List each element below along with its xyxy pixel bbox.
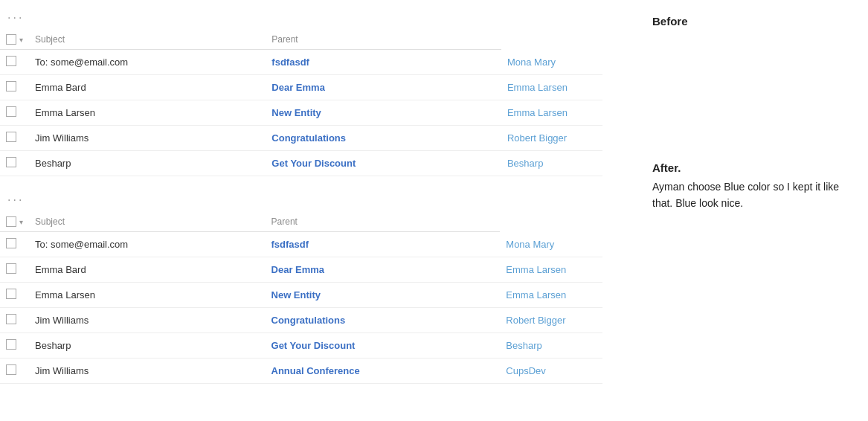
row-from: Emma Bard <box>29 75 266 100</box>
row-checkbox[interactable] <box>6 56 16 66</box>
dots-before: ··· <box>0 6 630 30</box>
row-checkbox[interactable] <box>6 81 16 91</box>
table-row: Emma Bard Dear Emma Emma Larsen <box>0 75 602 100</box>
row-checkbox[interactable] <box>6 157 16 167</box>
row-subject[interactable]: New Entity <box>266 100 501 126</box>
row-from: Emma Bard <box>29 257 266 283</box>
row-parent[interactable]: Mona Mary <box>500 232 602 257</box>
row-checkbox[interactable] <box>6 364 16 375</box>
before-table: ▾ Subject Parent To: some@email.com fsd <box>0 30 602 176</box>
before-label: Before <box>652 15 846 28</box>
table-row: Jim Williams Congratulations Robert Bigg… <box>0 126 602 151</box>
table-row: Jim Williams Annual Conference CupsDev <box>0 359 602 384</box>
row-subject[interactable]: fsdfasdf <box>266 50 501 75</box>
row-from: Jim Williams <box>29 359 266 384</box>
row-from: Besharp <box>29 333 266 359</box>
row-subject[interactable]: New Entity <box>266 283 501 308</box>
row-parent[interactable]: Emma Larsen <box>500 283 602 308</box>
row-from: Jim Williams <box>29 126 266 151</box>
row-checkbox[interactable] <box>6 339 16 350</box>
row-subject[interactable]: fsdfasdf <box>266 232 501 257</box>
row-parent[interactable]: Mona Mary <box>501 50 602 75</box>
row-subject[interactable]: Get Your Discount <box>266 333 501 359</box>
after-select-all-checkbox[interactable] <box>6 216 16 227</box>
row-checkbox-cell <box>0 359 29 384</box>
row-parent[interactable]: Emma Larsen <box>500 257 602 283</box>
before-checkbox-dropdown[interactable]: ▾ <box>19 36 23 44</box>
after-table-section: ▾ Subject Parent To: some@email.com fsd <box>0 212 630 384</box>
after-section: After. Ayman choose Blue color so I kept… <box>652 161 846 212</box>
row-checkbox[interactable] <box>6 238 16 248</box>
row-from: Besharp <box>29 151 266 176</box>
row-checkbox-cell <box>0 333 29 359</box>
row-checkbox-cell <box>0 50 29 75</box>
row-checkbox[interactable] <box>6 289 16 299</box>
row-checkbox-cell <box>0 283 29 308</box>
table-row: Emma Larsen New Entity Emma Larsen <box>0 283 602 308</box>
row-checkbox[interactable] <box>6 314 16 324</box>
row-subject[interactable]: Dear Emma <box>266 257 501 283</box>
row-subject[interactable]: Get Your Discount <box>266 151 501 176</box>
row-from: Jim Williams <box>29 308 266 333</box>
row-checkbox-cell <box>0 75 29 100</box>
row-subject[interactable]: Congratulations <box>266 308 501 333</box>
table-row: To: some@email.com fsdfasdf Mona Mary <box>0 50 602 75</box>
before-subject-header: Subject <box>29 30 266 50</box>
before-select-all-checkbox[interactable] <box>6 34 16 45</box>
right-panel: Before After. Ayman choose Blue color so… <box>630 0 868 421</box>
left-panel: ··· ▾ Subject Parent <box>0 0 630 421</box>
before-checkbox-header: ▾ <box>0 30 29 50</box>
row-parent[interactable]: CupsDev <box>500 359 602 384</box>
before-table-section: ▾ Subject Parent To: some@email.com fsd <box>0 30 630 176</box>
table-row: Besharp Get Your Discount Besharp <box>0 151 602 176</box>
row-parent[interactable]: Emma Larsen <box>501 75 602 100</box>
after-checkbox-header: ▾ <box>0 212 29 232</box>
row-parent[interactable]: Robert Bigger <box>500 308 602 333</box>
row-subject[interactable]: Annual Conference <box>266 359 501 384</box>
table-row: Emma Larsen New Entity Emma Larsen <box>0 100 602 126</box>
after-checkbox-dropdown[interactable]: ▾ <box>19 218 23 226</box>
row-from: To: some@email.com <box>29 50 266 75</box>
row-checkbox-cell <box>0 232 29 257</box>
table-row: To: some@email.com fsdfasdf Mona Mary <box>0 232 602 257</box>
row-parent[interactable]: Emma Larsen <box>501 100 602 126</box>
after-label: After. <box>652 161 846 174</box>
before-parent-header: Parent <box>266 30 501 50</box>
table-row: Jim Williams Congratulations Robert Bigg… <box>0 308 602 333</box>
row-parent[interactable]: Besharp <box>500 333 602 359</box>
table-row: Emma Bard Dear Emma Emma Larsen <box>0 257 602 283</box>
table-row: Besharp Get Your Discount Besharp <box>0 333 602 359</box>
after-parent-header: Parent <box>266 212 501 232</box>
row-parent[interactable]: Besharp <box>501 151 602 176</box>
row-checkbox-cell <box>0 308 29 333</box>
row-checkbox-cell <box>0 257 29 283</box>
row-subject[interactable]: Congratulations <box>266 126 501 151</box>
dots-after: ··· <box>0 188 630 212</box>
annotation-text: Ayman choose Blue color so I kept it lik… <box>652 179 846 212</box>
row-parent[interactable]: Robert Bigger <box>501 126 602 151</box>
row-checkbox-cell <box>0 151 29 176</box>
row-checkbox[interactable] <box>6 132 16 142</box>
after-table: ▾ Subject Parent To: some@email.com fsd <box>0 212 602 384</box>
row-subject[interactable]: Dear Emma <box>266 75 501 100</box>
row-checkbox[interactable] <box>6 263 16 274</box>
row-checkbox[interactable] <box>6 106 16 117</box>
row-from: Emma Larsen <box>29 283 266 308</box>
row-from: Emma Larsen <box>29 100 266 126</box>
row-from: To: some@email.com <box>29 232 266 257</box>
after-subject-header: Subject <box>29 212 266 232</box>
row-checkbox-cell <box>0 126 29 151</box>
row-checkbox-cell <box>0 100 29 126</box>
